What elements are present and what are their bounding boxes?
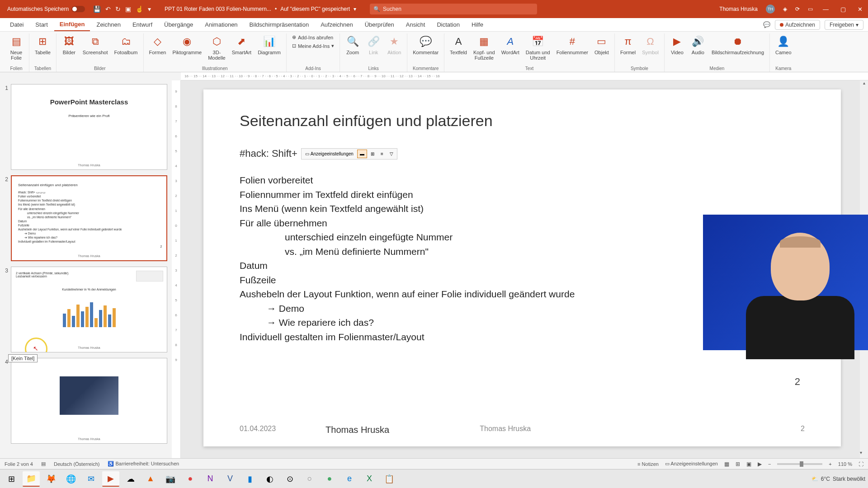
document-name[interactable]: PPT 01 Roter Faden 003 Folien-Nummern... — [165, 6, 271, 12]
header-footer-button[interactable]: ▦Kopf- und Fußzeile — [472, 33, 497, 61]
tab-start[interactable]: Start — [30, 19, 53, 31]
display-settings-button[interactable]: ▭ Anzeigeeinstellungen — [665, 461, 718, 467]
user-avatar[interactable]: TH — [766, 5, 775, 14]
3dmodels-button[interactable]: ⬡3D- Modelle — [206, 33, 227, 61]
video-button[interactable]: ▶Video — [668, 33, 686, 56]
zoom-slider[interactable] — [777, 463, 822, 465]
ribbon-display-icon[interactable]: ▭ — [808, 6, 813, 12]
app-icon-2[interactable]: 📷 — [162, 471, 179, 487]
share-button[interactable]: Freigeben▾ — [825, 20, 863, 30]
scroll-up-icon[interactable]: ▴ — [860, 80, 868, 89]
datetime-button[interactable]: 📅Datum und Uhrzeit — [524, 33, 552, 61]
fit-option-1[interactable]: ▬ — [357, 150, 367, 158]
tab-transitions[interactable]: Übergänge — [159, 19, 198, 31]
thumbnail-slide-2[interactable]: Seitenanzahl einfügen und platzieren #ha… — [11, 175, 167, 261]
app-icon-4[interactable]: ▮ — [241, 471, 259, 487]
link-button[interactable]: 🔗Link — [364, 33, 382, 56]
slide-title[interactable]: Seitenanzahl einfügen und platzieren — [240, 112, 805, 130]
fit-option-label[interactable]: ▭ Anzeigeeinstellungen — [302, 150, 356, 158]
shapes-button[interactable]: ◇Formen — [147, 33, 168, 56]
visio-icon[interactable]: V — [222, 471, 239, 487]
equation-button[interactable]: πFormel — [618, 33, 637, 56]
outlook-icon[interactable]: ✉ — [82, 471, 99, 487]
tab-view[interactable]: Ansicht — [401, 19, 431, 31]
tab-animations[interactable]: Animationen — [199, 19, 243, 31]
minimize-icon[interactable]: — — [821, 6, 830, 13]
cameo-button[interactable]: 👤Cameo — [774, 33, 793, 56]
reading-view-icon[interactable]: ▣ — [746, 461, 751, 467]
app-icon-9[interactable]: 📋 — [381, 471, 398, 487]
tab-draw[interactable]: Zeichnen — [91, 19, 126, 31]
tab-file[interactable]: Datei — [5, 19, 29, 31]
zoom-out-icon[interactable]: − — [768, 461, 771, 467]
scroll-down-icon[interactable]: ▾ — [860, 450, 862, 458]
zoom-button[interactable]: 🔍Zoom — [344, 33, 362, 56]
diamond-icon[interactable]: ◈ — [783, 6, 787, 12]
save-icon[interactable]: 💾 — [93, 5, 101, 13]
app-icon-7[interactable]: ○ — [301, 471, 318, 487]
chrome-icon[interactable]: 🌐 — [62, 471, 80, 487]
onenote-icon[interactable]: N — [202, 471, 219, 487]
my-addins-button[interactable]: ⊡Meine Add-Ins▾ — [290, 42, 336, 50]
audio-button[interactable]: 🔊Audio — [689, 33, 707, 56]
powerpoint-icon[interactable]: ▶ — [102, 471, 119, 487]
thumbnail-slide-1[interactable]: PowerPoint Masterclass Präsentieren wie … — [11, 84, 167, 170]
qat-more-icon[interactable]: ▾ — [148, 5, 151, 13]
tab-slideshow[interactable]: Bildschirmpräsentation — [244, 19, 315, 31]
screenrec-button[interactable]: ⏺Bildschirmaufzeichnung — [710, 33, 766, 56]
footer-date[interactable]: 01.04.2023 — [240, 425, 276, 435]
fit-option-4[interactable]: ▽ — [387, 150, 396, 158]
fit-option-2[interactable]: ⊞ — [368, 150, 377, 158]
hack-text[interactable]: #hack: Shift+ — [240, 148, 297, 160]
new-slide-button[interactable]: ▤Neue Folie — [7, 33, 25, 61]
excel-icon[interactable]: X — [361, 471, 378, 487]
fit-option-3[interactable]: ≡ — [378, 150, 386, 158]
status-language[interactable]: Deutsch (Österreich) — [54, 461, 99, 467]
thumbnail-slide-3[interactable]: 2 vertikale Achsen (Primär, sekundär) Le… — [11, 267, 167, 352]
redo-icon[interactable]: ↻ — [115, 5, 121, 13]
vlc-icon[interactable]: ▲ — [142, 471, 159, 487]
wordart-button[interactable]: AWordArt — [500, 33, 521, 56]
table-button[interactable]: ⊞Tabelle — [33, 33, 52, 56]
smartart-button[interactable]: ⬈SmartArt — [230, 33, 253, 56]
app-icon-5[interactable]: ◐ — [261, 471, 278, 487]
slide-thumbnails-panel[interactable]: 1 PowerPoint Masterclass Präsentieren wi… — [0, 80, 172, 458]
comment-button[interactable]: 💬Kommentar — [411, 33, 440, 56]
search-box[interactable]: 🔍 Suchen — [370, 4, 537, 14]
touch-icon[interactable]: ☝ — [136, 5, 143, 13]
comments-icon[interactable]: 💬 — [763, 21, 770, 28]
zoom-level[interactable]: 110 % — [838, 461, 852, 467]
present-icon[interactable]: ▣ — [125, 5, 131, 13]
chart-button[interactable]: 📊Diagramm — [256, 33, 283, 56]
close-icon[interactable]: ✕ — [856, 6, 864, 13]
slidenumber-button[interactable]: #Foliennummer — [555, 33, 590, 56]
tab-dictation[interactable]: Dictation — [431, 19, 465, 31]
slideshow-view-icon[interactable]: ▶ — [758, 461, 762, 467]
tab-review[interactable]: Überprüfen — [359, 19, 400, 31]
fit-window-icon[interactable]: ⛶ — [859, 461, 863, 467]
app-icon-6[interactable]: ⊙ — [281, 471, 298, 487]
app-icon-3[interactable]: ● — [182, 471, 199, 487]
maximize-icon[interactable]: ▢ — [839, 6, 848, 13]
start-menu-icon[interactable]: ⊞ — [3, 471, 20, 487]
normal-view-icon[interactable]: ▦ — [724, 461, 729, 467]
edge-icon[interactable]: e — [341, 471, 358, 487]
status-slide-count[interactable]: Folie 2 von 4 — [5, 461, 33, 467]
footer-name-2[interactable]: Thomas Hruska — [480, 425, 531, 435]
get-addins-button[interactable]: ⊕Add-Ins abrufen — [290, 33, 336, 41]
zoom-in-icon[interactable]: + — [829, 461, 831, 467]
undo-icon[interactable]: ↶ — [105, 5, 111, 13]
chevron-down-icon[interactable]: ▾ — [354, 6, 356, 12]
app-icon-1[interactable]: ☁ — [122, 471, 139, 487]
app-icon-8[interactable]: ● — [321, 471, 338, 487]
user-name[interactable]: Thomas Hruska — [719, 6, 758, 12]
object-button[interactable]: ▭Objekt — [593, 33, 611, 56]
thumbnail-slide-4[interactable]: Thomas Hruska — [11, 358, 167, 444]
footer-name-1[interactable]: Thomas Hruska — [326, 425, 389, 435]
saved-location[interactable]: Auf "diesem PC" gespeichert — [280, 6, 350, 12]
status-accessibility[interactable]: ♿ Barrierefreiheit: Untersuchen — [108, 461, 179, 467]
notes-button[interactable]: ≡ Notizen — [637, 461, 659, 467]
screenshot-button[interactable]: ⧉Screenshot — [81, 33, 110, 56]
tab-design[interactable]: Entwurf — [127, 19, 158, 31]
icons-button[interactable]: ◉Piktogramme — [170, 33, 203, 56]
